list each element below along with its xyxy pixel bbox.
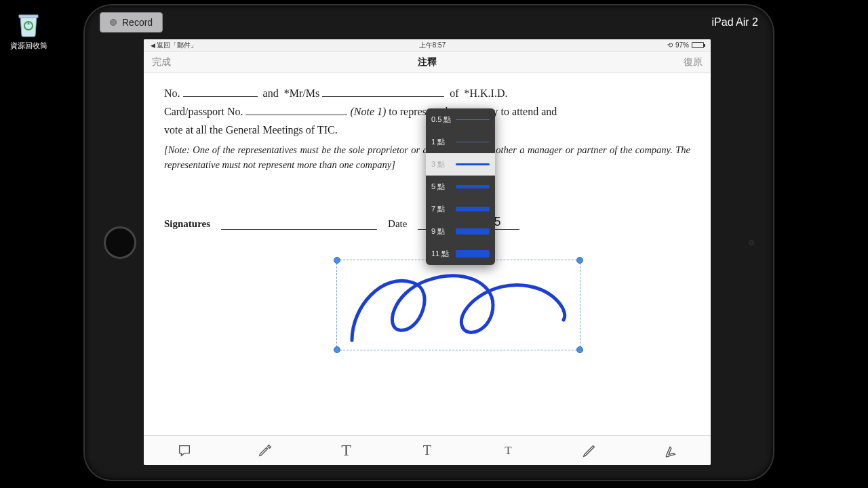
highlighter-icon [258,443,273,458]
document-canvas[interactable]: No. and *Mr/Ms of *H.K.I.D. Card/passpor… [144,73,711,435]
annotation-toolbar: T T T [144,435,711,465]
nav-done-button[interactable]: 完成 [152,56,171,68]
line-width-preview [456,185,490,188]
nav-title: 注釋 [418,56,437,68]
comment-tool[interactable] [171,437,198,464]
orientation-lock-icon: ⟲ [667,41,673,49]
line-width-option[interactable]: 3 點 [426,153,495,176]
ipad-screen: ◀ 返回「郵件」 上午8:57 ⟲ 97% 完成 注釋 復原 No. and *… [144,39,711,465]
resize-handle-br[interactable] [576,346,583,353]
line-width-option[interactable]: 0.5 點 [426,108,495,131]
doc-line-1: No. and *Mr/Ms of *H.K.I.D. [164,84,690,102]
signature-stroke [345,266,573,346]
recycle-bin-label: 資源回收筒 [8,41,49,51]
line-width-preview [456,207,490,211]
signature-line [221,218,377,230]
pen-tool[interactable] [576,437,603,464]
line-width-label: 7 點 [431,204,452,214]
highlighter-tool[interactable] [252,437,279,464]
text-large-tool[interactable]: T [333,437,360,464]
camera-dot [749,240,754,245]
record-button[interactable]: Record [100,12,163,33]
date-label: Date [388,218,407,230]
resize-handle-tr[interactable] [576,257,583,264]
status-back[interactable]: ◀ 返回「郵件」 [151,41,197,50]
device-label: iPad Air 2 [712,16,758,28]
line-width-label: 11 點 [431,249,452,259]
line-width-preview [456,228,490,235]
line-width-preview [456,163,490,165]
nav-bar: 完成 注釋 復原 [144,52,711,73]
stamp-icon [663,443,677,458]
record-dot-icon [110,19,117,26]
pen-icon [582,443,597,458]
text-small-tool[interactable]: T [494,437,521,464]
back-triangle-icon: ◀ [151,42,155,49]
simulator-overlay: Record iPad Air 2 [85,5,773,39]
line-width-preview [456,119,490,120]
popover-arrow-icon [454,264,467,265]
line-width-label: 5 點 [431,182,452,192]
resize-handle-tl[interactable] [334,257,340,264]
ipad-frame: Record iPad Air 2 ◀ 返回「郵件」 上午8:57 ⟲ 97% … [85,5,773,480]
recycle-bin[interactable]: 資源回收筒 [8,8,49,51]
status-time: 上午8:57 [419,41,446,50]
line-width-label: 1 點 [431,137,452,147]
resize-handle-bl[interactable] [334,346,340,353]
signature-selection[interactable] [336,260,580,350]
status-back-label: 返回「郵件」 [157,41,197,50]
text-medium-tool[interactable]: T [414,437,441,464]
line-width-option[interactable]: 1 點 [426,131,495,153]
recycle-bin-icon [15,8,42,38]
record-label: Record [122,17,153,28]
signatures-label: Signatures [164,218,210,230]
comment-icon [177,443,192,458]
battery-percent: 97% [675,41,689,49]
line-width-popover: 0.5 點1 點3 點5 點7 點9 點11 點 [426,108,495,265]
line-width-preview [456,142,490,143]
status-right: ⟲ 97% [667,41,704,49]
line-width-option[interactable]: 5 點 [426,176,495,198]
stamp-tool[interactable] [656,437,684,464]
battery-icon [692,42,704,48]
home-button[interactable] [104,226,136,259]
line-width-option[interactable]: 9 點 [426,220,495,243]
line-width-label: 3 點 [431,159,452,169]
line-width-option[interactable]: 7 點 [426,198,495,220]
line-width-option[interactable]: 11 點 [426,243,495,265]
nav-undo-button[interactable]: 復原 [684,56,703,68]
line-width-preview [456,250,490,258]
line-width-label: 9 點 [431,226,452,237]
status-bar: ◀ 返回「郵件」 上午8:57 ⟲ 97% [144,39,711,52]
line-width-label: 0.5 點 [431,115,452,125]
